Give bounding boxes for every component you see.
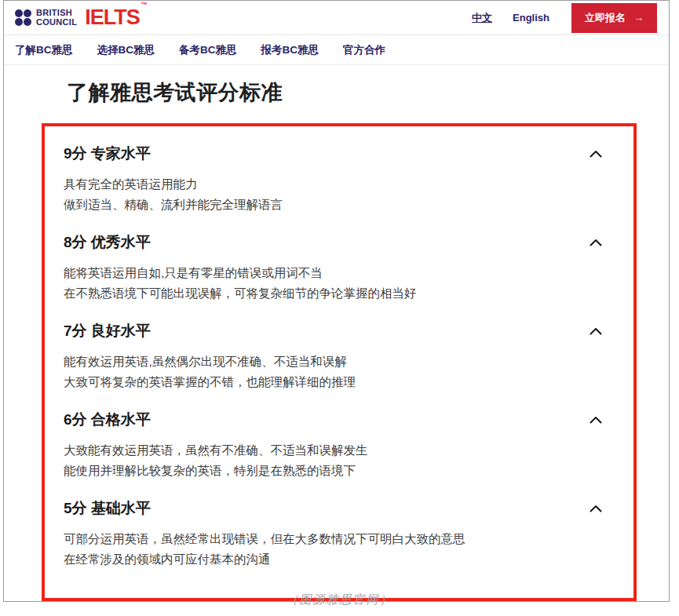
accordion-body: 大致能有效运用英语，虽然有不准确、不适当和误解发生 能使用并理解比较复杂的英语，… [64, 440, 602, 481]
british-council-dots-icon [15, 9, 31, 26]
accordion-body: 能有效运用英语,虽然偶尔出现不准确、不适当和误解 大致可将复杂的英语掌握的不错，… [64, 352, 602, 392]
header-actions: 中文 English 立即报名 → [451, 3, 657, 33]
british-council-ielts-logo[interactable]: BRITISH COUNCIL IELTS™ [15, 7, 146, 28]
criteria-line: 在经常涉及的领域内可应付基本的沟通 [64, 549, 602, 570]
main-navigation: 了解BC雅思 选择BC雅思 备考BC雅思 报考BC雅思 官方合作 [4, 35, 669, 65]
image-source-caption: （图源雅思官网） [0, 592, 679, 607]
accordion-section-band8: 8分 优秀水平 能将英语运用自如,只是有零星的错误或用词不当 在不熟悉语境下可能… [64, 232, 602, 304]
chevron-up-icon[interactable] [590, 239, 602, 246]
nav-item-official-cooperation[interactable]: 官方合作 [343, 43, 385, 57]
accordion-title: 6分 合格水平 [64, 410, 151, 430]
page-container: BRITISH COUNCIL IELTS™ 中文 English 立即报名 →… [3, 0, 670, 602]
accordion-body: 可部分运用英语，虽然经常出现错误，但在大多数情况下可明白大致的意思 在经常涉及的… [64, 529, 602, 570]
accordion-body: 能将英语运用自如,只是有零星的错误或用词不当 在不熟悉语境下可能出现误解，可将复… [64, 263, 602, 304]
site-header: BRITISH COUNCIL IELTS™ 中文 English 立即报名 → [4, 1, 669, 35]
accordion-header-band6[interactable]: 6分 合格水平 [64, 410, 602, 430]
nav-item-choose-bc-ielts[interactable]: 选择BC雅思 [97, 43, 155, 57]
british-council-wordmark: BRITISH COUNCIL [36, 9, 77, 27]
chevron-up-icon[interactable] [590, 150, 602, 158]
trademark-symbol: ™ [141, 1, 147, 9]
accordion-section-band7: 7分 良好水平 能有效运用英语,虽然偶尔出现不准确、不适当和误解 大致可将复杂的… [64, 321, 602, 392]
criteria-line: 可部分运用英语，虽然经常出现错误，但在大多数情况下可明白大致的意思 [64, 529, 602, 549]
accordion-body: 具有完全的英语运用能力 做到适当、精确、流利并能完全理解语言 [64, 174, 602, 215]
accordion-section-band6: 6分 合格水平 大致能有效运用英语，虽然有不准确、不适当和误解发生 能使用并理解… [64, 410, 602, 481]
criteria-line: 能将英语运用自如,只是有零星的错误或用词不当 [64, 263, 602, 283]
accordion-title: 7分 良好水平 [64, 321, 151, 341]
criteria-line: 具有完全的英语运用能力 [64, 174, 602, 195]
language-toggle-chinese[interactable]: 中文 [472, 11, 492, 25]
register-now-label: 立即报名 [585, 11, 626, 25]
accordion-section-band9: 9分 专家水平 具有完全的英语运用能力 做到适当、精确、流利并能完全理解语言 [64, 144, 602, 215]
chevron-up-icon[interactable] [590, 416, 602, 424]
accordion-header-band5[interactable]: 5分 基础水平 [64, 498, 602, 519]
page-title: 了解雅思考试评分标准 [67, 78, 669, 107]
accordion-section-band5: 5分 基础水平 可部分运用英语，虽然经常出现错误，但在大多数情况下可明白大致的意… [64, 498, 602, 570]
accordion-header-band8[interactable]: 8分 优秀水平 [64, 232, 602, 253]
criteria-line: 能有效运用英语,虽然偶尔出现不准确、不适当和误解 [64, 352, 602, 372]
score-criteria-highlight-box: 9分 专家水平 具有完全的英语运用能力 做到适当、精确、流利并能完全理解语言 8… [42, 123, 637, 601]
nav-item-learn-bc-ielts[interactable]: 了解BC雅思 [15, 43, 73, 57]
criteria-line: 大致可将复杂的英语掌握的不错，也能理解详细的推理 [64, 372, 602, 392]
criteria-line: 大致能有效运用英语，虽然有不准确、不适当和误解发生 [64, 440, 602, 461]
nav-item-prepare-bc-ielts[interactable]: 备考BC雅思 [179, 43, 237, 57]
register-now-button[interactable]: 立即报名 → [571, 3, 657, 33]
accordion-header-band9[interactable]: 9分 专家水平 [64, 144, 602, 164]
ielts-wordmark: IELTS™ [85, 7, 146, 28]
criteria-line: 做到适当、精确、流利并能完全理解语言 [64, 195, 602, 215]
chevron-up-icon[interactable] [590, 505, 602, 512]
language-toggle-english[interactable]: English [513, 12, 549, 24]
accordion-title: 5分 基础水平 [64, 498, 151, 519]
criteria-line: 能使用并理解比较复杂的英语，特别是在熟悉的语境下 [64, 461, 602, 481]
nav-item-register-bc-ielts[interactable]: 报考BC雅思 [261, 43, 319, 57]
chevron-up-icon[interactable] [590, 327, 602, 335]
accordion-title: 9分 专家水平 [64, 144, 151, 164]
criteria-line: 在不熟悉语境下可能出现误解，可将复杂细节的争论掌握的相当好 [64, 283, 602, 304]
accordion-title: 8分 优秀水平 [64, 232, 151, 253]
accordion-header-band7[interactable]: 7分 良好水平 [64, 321, 602, 341]
arrow-right-icon: → [633, 12, 644, 24]
